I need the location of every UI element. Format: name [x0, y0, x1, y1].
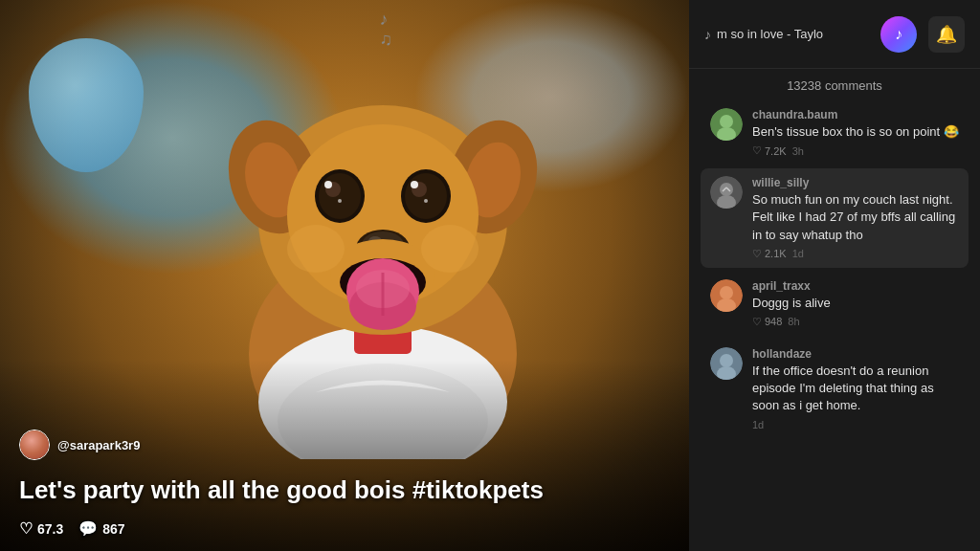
svg-point-12	[319, 173, 361, 219]
video-panel: ♪♫ @sarapark3r9 Let's party with all the…	[0, 0, 689, 551]
svg-point-35	[720, 183, 733, 196]
avatar	[710, 176, 743, 209]
comment-body: april_traxx Doggg is alive ♡ 948 8h	[752, 279, 959, 328]
svg-point-40	[720, 286, 733, 299]
likes-count: 67.3	[37, 521, 63, 537]
comment-meta: ♡ 948 8h	[752, 316, 959, 328]
comment-text: Doggg is alive	[752, 295, 959, 312]
svg-point-43	[720, 354, 733, 367]
heart-icon: ♡	[752, 248, 762, 260]
comments-panel: ♪ m so in love - Taylo 🔔 13238 comments …	[689, 0, 980, 551]
video-stats-row: ♡ 67.3 💬 867	[19, 519, 125, 538]
caption-text: Let's party with all the good bois #tikt…	[19, 474, 670, 506]
comments-count-video: 867	[102, 521, 124, 537]
avatar	[710, 108, 743, 141]
heart-icon: ♡	[752, 316, 762, 328]
comments-header: ♪ m so in love - Taylo 🔔	[689, 0, 980, 69]
music-note-icon: ♪	[704, 27, 711, 42]
comment-item: chaundra.baum Ben's tissue box tho is so…	[701, 100, 969, 165]
comment-time: 1d	[752, 419, 764, 430]
video-caption: Let's party with all the good bois #tikt…	[19, 474, 670, 506]
comment-time: 3h	[792, 145, 804, 157]
comment-meta: ♡ 2.1K 1d	[752, 248, 959, 260]
comment-time: 8h	[788, 316, 799, 327]
heart-icon: ♡	[752, 144, 762, 157]
comment-time: 1d	[792, 248, 804, 259]
likes-stat[interactable]: ♡ 67.3	[19, 519, 63, 538]
comment-text: So much fun on my couch last night. Felt…	[752, 191, 959, 244]
svg-point-13	[405, 173, 447, 219]
music-notes-decoration: ♪♫	[380, 10, 393, 50]
comment-item: hollandaze If the office doesn't do a re…	[701, 340, 969, 438]
comment-likes[interactable]: ♡ 7.2K	[752, 144, 787, 157]
song-info: ♪ m so in love - Taylo	[704, 27, 869, 42]
svg-point-17	[411, 181, 418, 188]
like-count: 948	[765, 316, 782, 327]
comments-count-label: 13238 comments	[689, 69, 980, 100]
comment-meta: ♡ 7.2K 3h	[752, 144, 959, 157]
comment-username: april_traxx	[752, 279, 959, 293]
notification-bell-button[interactable]: 🔔	[928, 16, 965, 53]
comment-body: chaundra.baum Ben's tissue box tho is so…	[752, 108, 959, 157]
avatar	[19, 430, 50, 460]
song-title: m so in love - Taylo	[717, 27, 823, 41]
comment-item: willie_silly So much fun on my couch las…	[701, 168, 969, 268]
comment-icon: 💬	[78, 519, 98, 538]
svg-point-18	[338, 199, 342, 203]
comment-text: Ben's tissue box tho is so on point 😂	[752, 123, 959, 141]
comment-username: willie_silly	[752, 176, 959, 189]
svg-point-19	[424, 199, 428, 203]
comment-meta: 1d	[752, 419, 959, 430]
comment-username: chaundra.baum	[752, 108, 959, 121]
comment-body: willie_silly So much fun on my couch las…	[752, 176, 959, 260]
heart-icon: ♡	[19, 519, 33, 538]
svg-point-32	[720, 115, 733, 128]
video-user-info: @sarapark3r9	[19, 430, 140, 460]
comment-item: april_traxx Doggg is alive ♡ 948 8h	[701, 272, 969, 336]
username-label: @sarapark3r9	[57, 438, 140, 452]
comment-likes[interactable]: ♡ 948	[752, 316, 782, 328]
like-count: 7.2K	[765, 145, 787, 157]
bell-icon: 🔔	[936, 24, 957, 45]
comment-text: If the office doesn't do a reunion episo…	[752, 363, 959, 415]
comment-likes[interactable]: ♡ 2.1K	[752, 248, 787, 260]
svg-point-30	[421, 225, 479, 273]
comment-body: hollandaze If the office doesn't do a re…	[752, 347, 959, 430]
comment-username: hollandaze	[752, 347, 959, 361]
avatar	[710, 279, 743, 312]
music-disc-button[interactable]	[880, 16, 917, 53]
avatar	[710, 347, 743, 380]
comments-stat[interactable]: 💬 867	[78, 519, 124, 538]
like-count: 2.1K	[765, 248, 787, 259]
svg-point-16	[324, 181, 332, 188]
svg-point-29	[287, 225, 345, 273]
comments-list: chaundra.baum Ben's tissue box tho is so…	[689, 100, 980, 551]
